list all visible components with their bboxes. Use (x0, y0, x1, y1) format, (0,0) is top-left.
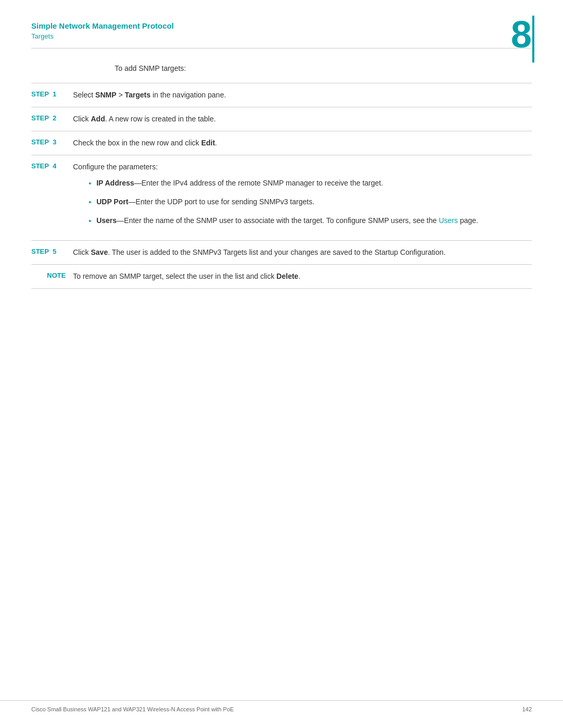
step-5: STEP 5 Click Save. The user is added to … (31, 241, 532, 265)
step-5-content: Click Save. The user is added to the SNM… (73, 247, 532, 258)
note-content: To remove an SMMP target, select the use… (73, 271, 532, 282)
bullet-udp-port: • UDP Port—Enter the UDP port to use for… (89, 196, 532, 208)
step-1-label: STEP 1 (31, 90, 73, 98)
chapter-number-bar (532, 16, 534, 63)
step-4-bullets: • IP Address—Enter the IPv4 address of t… (73, 178, 532, 227)
step-2-label: STEP 2 (31, 114, 73, 122)
step-4-content: Configure the parameters: • IP Address—E… (73, 162, 532, 234)
page-footer: Cisco Small Business WAP121 and WAP321 W… (0, 700, 563, 712)
intro-text: To add SNMP targets: (31, 64, 532, 72)
note-label: NOTE (31, 271, 73, 279)
step-3-content: Check the box in the new row and click E… (73, 138, 532, 149)
note-section: NOTE To remove an SMMP target, select th… (31, 265, 532, 289)
step-3-label: STEP 3 (31, 138, 73, 146)
bullet-udp-content: UDP Port—Enter the UDP port to use for s… (96, 196, 314, 207)
main-content: To add SNMP targets: STEP 1 Select SNMP … (0, 48, 563, 289)
bullet-marker-3: • (89, 216, 91, 227)
page-header: 8 Simple Network Management Protocol Tar… (0, 0, 563, 40)
bullet-marker-1: • (89, 178, 91, 189)
bullet-ip-content: IP Address—Enter the IPv4 address of the… (96, 178, 383, 189)
chapter-number: 8 (511, 16, 532, 53)
step-1: STEP 1 Select SNMP > Targets in the navi… (31, 83, 532, 107)
step-4: STEP 4 Configure the parameters: • IP Ad… (31, 155, 532, 241)
page-container: 8 Simple Network Management Protocol Tar… (0, 0, 563, 728)
chapter-title: Simple Network Management Protocol (31, 21, 532, 31)
bullet-marker-2: • (89, 197, 91, 208)
step-3: STEP 3 Check the box in the new row and … (31, 131, 532, 155)
bullet-users: • Users—Enter the name of the SNMP user … (89, 215, 532, 227)
footer-page-number: 142 (522, 706, 532, 712)
footer-left-text: Cisco Small Business WAP121 and WAP321 W… (31, 706, 234, 712)
bullet-ip-address: • IP Address—Enter the IPv4 address of t… (89, 178, 532, 189)
step-5-label: STEP 5 (31, 247, 73, 255)
step-2: STEP 2 Click Add. A new row is created i… (31, 107, 532, 131)
users-link[interactable]: Users (439, 216, 458, 225)
bullet-users-content: Users—Enter the name of the SNMP user to… (96, 215, 478, 226)
step-2-content: Click Add. A new row is created in the t… (73, 114, 532, 125)
chapter-subtitle: Targets (31, 32, 532, 40)
step-1-content: Select SNMP > Targets in the navigation … (73, 90, 532, 101)
step-4-label: STEP 4 (31, 162, 73, 170)
